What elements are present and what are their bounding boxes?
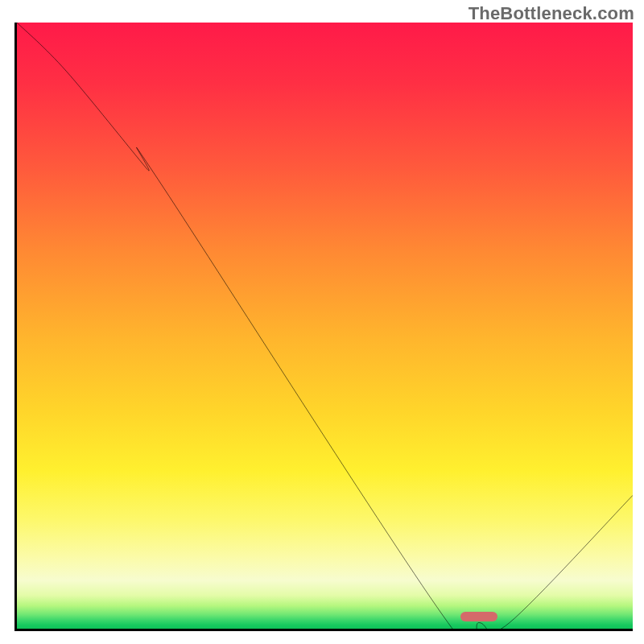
bottleneck-curve [17, 23, 633, 629]
optimal-marker [460, 612, 497, 621]
plot-area [14, 23, 633, 631]
watermark-text: TheBottleneck.com [469, 3, 634, 24]
curve-path [17, 23, 633, 629]
chart-stage: TheBottleneck.com [0, 0, 644, 644]
